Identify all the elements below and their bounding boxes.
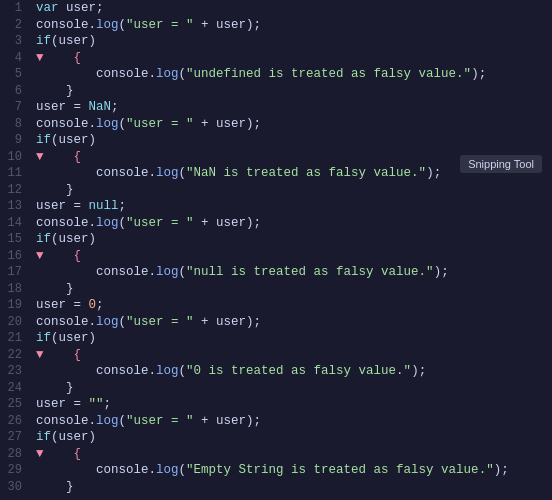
table-row: 14console.log("user = " + user); (0, 215, 552, 232)
table-row: 3if(user) (0, 33, 552, 50)
table-row: 2console.log("user = " + user); (0, 17, 552, 34)
line-content: console.log("user = " + user); (32, 314, 552, 331)
line-number: 3 (0, 34, 32, 48)
table-row: 19user = 0; (0, 297, 552, 314)
line-number: 24 (0, 381, 32, 395)
table-row: 30 } (0, 479, 552, 496)
line-content: if(user) (32, 330, 552, 347)
line-content: } (32, 479, 552, 496)
line-content: ▼ { (32, 347, 552, 364)
line-content: user = ""; (32, 396, 552, 413)
line-number: 21 (0, 331, 32, 345)
table-row: 1var user; (0, 0, 552, 17)
line-content: console.log("0 is treated as falsy value… (32, 363, 552, 380)
line-content: } (32, 380, 552, 397)
line-number: 4 (0, 51, 32, 65)
line-number: 25 (0, 397, 32, 411)
line-number: 10 (0, 150, 32, 164)
table-row: 9if(user) (0, 132, 552, 149)
line-content: if(user) (32, 33, 552, 50)
line-content: ▼ { (32, 248, 552, 265)
table-row: 21if(user) (0, 330, 552, 347)
line-number: 1 (0, 1, 32, 15)
line-content: } (32, 182, 552, 199)
line-number: 15 (0, 232, 32, 246)
line-content: } (32, 281, 552, 298)
table-row: 26console.log("user = " + user); (0, 413, 552, 430)
line-number: 28 (0, 447, 32, 461)
line-content: console.log("null is treated as falsy va… (32, 264, 552, 281)
line-content: console.log("user = " + user); (32, 116, 552, 133)
line-number: 11 (0, 166, 32, 180)
line-content: ▼ { (32, 446, 552, 463)
table-row: 23 console.log("0 is treated as falsy va… (0, 363, 552, 380)
line-number: 29 (0, 463, 32, 477)
line-content: user = 0; (32, 297, 552, 314)
line-number: 5 (0, 67, 32, 81)
line-content: console.log("NaN is treated as falsy val… (32, 165, 552, 182)
line-number: 17 (0, 265, 32, 279)
line-content: if(user) (32, 429, 552, 446)
line-number: 9 (0, 133, 32, 147)
line-number: 27 (0, 430, 32, 444)
line-number: 19 (0, 298, 32, 312)
table-row: 4▼ { (0, 50, 552, 67)
table-row: 24 } (0, 380, 552, 397)
table-row: 8console.log("user = " + user); (0, 116, 552, 133)
line-number: 7 (0, 100, 32, 114)
line-content: console.log("undefined is treated as fal… (32, 66, 552, 83)
table-row: 17 console.log("null is treated as falsy… (0, 264, 552, 281)
table-row: 15if(user) (0, 231, 552, 248)
code-lines: 1var user;2console.log("user = " + user)… (0, 0, 552, 495)
table-row: 29 console.log("Empty String is treated … (0, 462, 552, 479)
line-content: user = null; (32, 198, 552, 215)
table-row: 6 } (0, 83, 552, 100)
line-content: var user; (32, 0, 552, 17)
line-number: 2 (0, 18, 32, 32)
table-row: 16▼ { (0, 248, 552, 265)
table-row: 18 } (0, 281, 552, 298)
table-row: 22▼ { (0, 347, 552, 364)
line-number: 6 (0, 84, 32, 98)
line-content: console.log("user = " + user); (32, 413, 552, 430)
table-row: 13user = null; (0, 198, 552, 215)
line-content: if(user) (32, 132, 552, 149)
line-content: if(user) (32, 231, 552, 248)
line-content: } (32, 83, 552, 100)
line-content: ▼ { (32, 149, 552, 166)
table-row: 27if(user) (0, 429, 552, 446)
line-content: console.log("user = " + user); (32, 17, 552, 34)
table-row: 28▼ { (0, 446, 552, 463)
line-number: 14 (0, 216, 32, 230)
table-row: 20console.log("user = " + user); (0, 314, 552, 331)
line-content: ▼ { (32, 50, 552, 67)
line-number: 16 (0, 249, 32, 263)
line-number: 26 (0, 414, 32, 428)
line-number: 8 (0, 117, 32, 131)
line-number: 13 (0, 199, 32, 213)
line-content: user = NaN; (32, 99, 552, 116)
table-row: 11 console.log("NaN is treated as falsy … (0, 165, 552, 182)
code-editor: 1var user;2console.log("user = " + user)… (0, 0, 552, 500)
line-number: 12 (0, 183, 32, 197)
line-content: console.log("Empty String is treated as … (32, 462, 552, 479)
line-content: console.log("user = " + user); (32, 215, 552, 232)
table-row: 5 console.log("undefined is treated as f… (0, 66, 552, 83)
line-number: 30 (0, 480, 32, 494)
table-row: 7user = NaN; (0, 99, 552, 116)
line-number: 22 (0, 348, 32, 362)
line-number: 23 (0, 364, 32, 378)
table-row: 12 } (0, 182, 552, 199)
table-row: 25user = ""; (0, 396, 552, 413)
line-number: 18 (0, 282, 32, 296)
table-row: 10▼ { (0, 149, 552, 166)
line-number: 20 (0, 315, 32, 329)
